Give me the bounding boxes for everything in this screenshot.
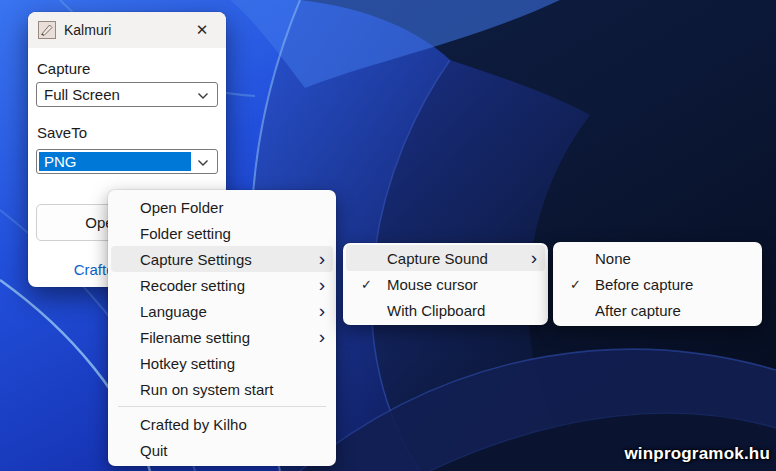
menu-item-none[interactable]: None bbox=[556, 245, 759, 271]
chevron-right-icon: › bbox=[319, 249, 333, 268]
chevron-right-icon: › bbox=[319, 275, 333, 294]
saveto-label: SaveTo bbox=[37, 124, 87, 141]
menu-item-with-clipboard[interactable]: With Clipboard bbox=[346, 297, 545, 323]
context-menu: Open Folder Folder setting Capture Setti… bbox=[108, 190, 336, 466]
chevron-down-icon bbox=[197, 92, 209, 100]
menu-separator bbox=[118, 406, 326, 407]
chevron-right-icon: › bbox=[319, 327, 333, 346]
watermark-text: winprogramok.hu bbox=[624, 444, 770, 464]
chevron-down-icon bbox=[197, 159, 209, 167]
checkmark-icon: ✓ bbox=[556, 277, 595, 292]
capture-sound-submenu: None ✓ Before capture After capture bbox=[553, 242, 762, 326]
menu-item-crafted-by-kilho[interactable]: Crafted by Kilho bbox=[111, 411, 333, 437]
menu-item-filename-setting[interactable]: Filename setting › bbox=[111, 324, 333, 350]
menu-item-capture-settings[interactable]: Capture Settings › bbox=[111, 246, 333, 272]
menu-item-folder-setting[interactable]: Folder setting bbox=[111, 220, 333, 246]
menu-item-mouse-cursor[interactable]: ✓ Mouse cursor bbox=[346, 271, 545, 297]
saveto-dropdown[interactable]: PNG bbox=[36, 149, 218, 174]
menu-item-after-capture[interactable]: After capture bbox=[556, 297, 759, 323]
close-icon[interactable]: ✕ bbox=[188, 17, 216, 43]
chevron-right-icon: › bbox=[319, 301, 333, 320]
capture-dropdown[interactable]: Full Screen bbox=[36, 82, 218, 107]
capture-settings-submenu: Capture Sound › ✓ Mouse cursor With Clip… bbox=[343, 243, 548, 325]
menu-item-before-capture[interactable]: ✓ Before capture bbox=[556, 271, 759, 297]
kalmuri-app-icon bbox=[38, 21, 56, 39]
window-title: Kalmuri bbox=[64, 22, 188, 38]
menu-item-run-on-system-start[interactable]: Run on system start bbox=[111, 376, 333, 402]
menu-item-hotkey-setting[interactable]: Hotkey setting bbox=[111, 350, 333, 376]
titlebar[interactable]: Kalmuri ✕ bbox=[28, 12, 226, 48]
menu-item-quit[interactable]: Quit bbox=[111, 437, 333, 463]
chevron-right-icon: › bbox=[531, 248, 545, 267]
menu-item-open-folder[interactable]: Open Folder bbox=[111, 194, 333, 220]
menu-item-language[interactable]: Language › bbox=[111, 298, 333, 324]
capture-label: Capture bbox=[37, 60, 90, 77]
capture-dropdown-value: Full Screen bbox=[44, 86, 120, 103]
checkmark-icon: ✓ bbox=[346, 277, 387, 292]
menu-item-capture-sound[interactable]: Capture Sound › bbox=[346, 245, 545, 271]
saveto-dropdown-value: PNG bbox=[39, 152, 191, 171]
menu-item-recoder-setting[interactable]: Recoder setting › bbox=[111, 272, 333, 298]
